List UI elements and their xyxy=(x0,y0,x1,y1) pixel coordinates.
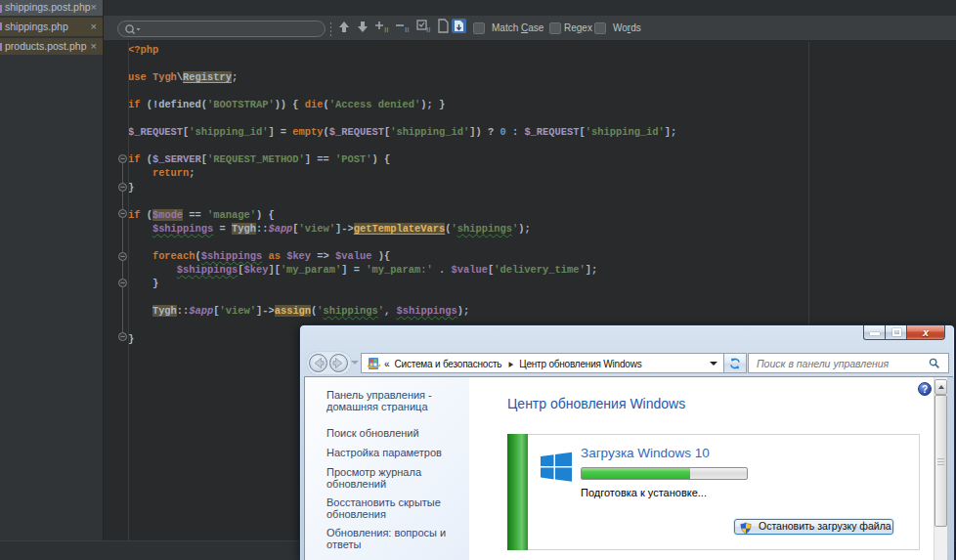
svg-text:II: II xyxy=(405,25,409,33)
svg-text:II: II xyxy=(426,25,430,33)
svg-text:II: II xyxy=(384,25,388,33)
